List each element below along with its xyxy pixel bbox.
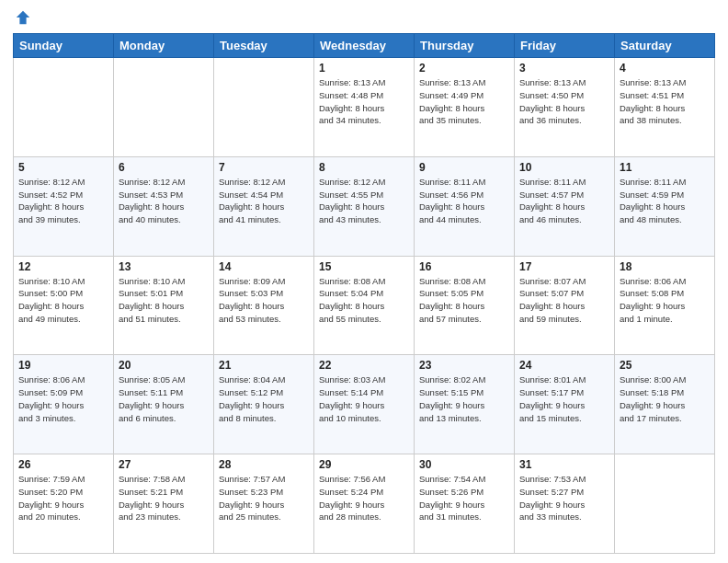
day-number: 12 [18,260,108,273]
day-info: Sunrise: 8:06 AMSunset: 5:08 PMDaylight:… [620,275,710,326]
day-number: 2 [419,62,509,75]
calendar-cell: 11Sunrise: 8:11 AMSunset: 4:59 PMDayligh… [615,156,715,256]
col-saturday: Saturday [615,34,715,58]
day-info: Sunrise: 7:58 AMSunset: 5:21 PMDaylight:… [119,473,209,523]
day-number: 4 [620,62,710,75]
col-wednesday: Wednesday [314,34,415,58]
calendar-cell: 9Sunrise: 8:11 AMSunset: 4:56 PMDaylight… [415,156,515,256]
day-number: 28 [219,458,309,471]
day-info: Sunrise: 8:08 AMSunset: 5:04 PMDaylight:… [319,275,409,326]
calendar-cell: 27Sunrise: 7:58 AMSunset: 5:21 PMDayligh… [114,454,214,554]
day-info: Sunrise: 8:13 AMSunset: 4:49 PMDaylight:… [419,76,509,127]
col-monday: Monday [114,34,214,58]
calendar-cell [114,58,214,157]
day-number: 7 [219,161,309,174]
calendar-cell: 19Sunrise: 8:06 AMSunset: 5:09 PMDayligh… [14,355,114,454]
calendar-cell: 17Sunrise: 8:07 AMSunset: 5:07 PMDayligh… [515,256,615,355]
calendar-cell: 25Sunrise: 8:00 AMSunset: 5:18 PMDayligh… [615,355,715,454]
day-number: 31 [519,458,609,471]
day-info: Sunrise: 8:10 AMSunset: 5:01 PMDaylight:… [119,275,209,326]
calendar-cell: 8Sunrise: 8:12 AMSunset: 4:55 PMDaylight… [314,156,415,256]
day-number: 26 [18,458,108,471]
calendar-cell: 1Sunrise: 8:13 AMSunset: 4:48 PMDaylight… [314,58,415,157]
col-sunday: Sunday [14,34,114,58]
logo-icon [15,9,31,26]
calendar-cell: 22Sunrise: 8:03 AMSunset: 5:14 PMDayligh… [314,355,415,454]
day-info: Sunrise: 8:13 AMSunset: 4:51 PMDaylight:… [620,76,710,127]
day-number: 29 [319,458,409,471]
day-info: Sunrise: 8:12 AMSunset: 4:53 PMDaylight:… [119,176,209,226]
day-info: Sunrise: 7:57 AMSunset: 5:23 PMDaylight:… [219,473,309,523]
day-info: Sunrise: 8:00 AMSunset: 5:18 PMDaylight:… [620,373,710,424]
col-thursday: Thursday [415,34,515,58]
day-info: Sunrise: 8:13 AMSunset: 4:50 PMDaylight:… [519,76,609,127]
calendar-cell [615,454,715,554]
day-number: 14 [219,260,309,273]
calendar-cell: 15Sunrise: 8:08 AMSunset: 5:04 PMDayligh… [314,256,415,355]
calendar-cell: 26Sunrise: 7:59 AMSunset: 5:20 PMDayligh… [14,454,114,554]
calendar-week-5: 26Sunrise: 7:59 AMSunset: 5:20 PMDayligh… [14,454,715,554]
day-info: Sunrise: 8:12 AMSunset: 4:54 PMDaylight:… [219,176,309,226]
calendar-cell: 10Sunrise: 8:11 AMSunset: 4:57 PMDayligh… [515,156,615,256]
calendar-cell [14,58,114,157]
calendar-cell: 14Sunrise: 8:09 AMSunset: 5:03 PMDayligh… [214,256,314,355]
day-number: 9 [419,161,509,174]
calendar-cell: 6Sunrise: 8:12 AMSunset: 4:53 PMDaylight… [114,156,214,256]
calendar-cell: 29Sunrise: 7:56 AMSunset: 5:24 PMDayligh… [314,454,415,554]
calendar-cell: 5Sunrise: 8:12 AMSunset: 4:52 PMDaylight… [14,156,114,256]
day-info: Sunrise: 8:12 AMSunset: 4:55 PMDaylight:… [319,176,409,226]
calendar-cell: 7Sunrise: 8:12 AMSunset: 4:54 PMDaylight… [214,156,314,256]
day-info: Sunrise: 7:59 AMSunset: 5:20 PMDaylight:… [18,473,108,523]
header [13,9,715,26]
calendar-cell: 20Sunrise: 8:05 AMSunset: 5:11 PMDayligh… [114,355,214,454]
day-number: 5 [18,161,108,174]
day-number: 3 [519,62,609,75]
calendar-cell: 30Sunrise: 7:54 AMSunset: 5:26 PMDayligh… [415,454,515,554]
day-number: 11 [620,161,710,174]
day-number: 22 [319,359,409,372]
calendar-cell: 13Sunrise: 8:10 AMSunset: 5:01 PMDayligh… [114,256,214,355]
day-number: 17 [519,260,609,273]
calendar-table: Sunday Monday Tuesday Wednesday Thursday… [13,33,715,554]
day-info: Sunrise: 8:02 AMSunset: 5:15 PMDaylight:… [419,373,509,424]
day-number: 1 [319,62,409,75]
calendar-cell: 16Sunrise: 8:08 AMSunset: 5:05 PMDayligh… [415,256,515,355]
day-info: Sunrise: 8:09 AMSunset: 5:03 PMDaylight:… [219,275,309,326]
calendar-cell [214,58,314,157]
day-info: Sunrise: 8:06 AMSunset: 5:09 PMDaylight:… [18,373,108,424]
col-friday: Friday [515,34,615,58]
day-number: 8 [319,161,409,174]
calendar-week-4: 19Sunrise: 8:06 AMSunset: 5:09 PMDayligh… [14,355,715,454]
day-number: 6 [119,161,209,174]
calendar-cell: 24Sunrise: 8:01 AMSunset: 5:17 PMDayligh… [515,355,615,454]
day-number: 16 [419,260,509,273]
day-info: Sunrise: 8:10 AMSunset: 5:00 PMDaylight:… [18,275,108,326]
day-number: 20 [119,359,209,372]
day-info: Sunrise: 8:11 AMSunset: 4:56 PMDaylight:… [419,176,509,226]
day-info: Sunrise: 7:53 AMSunset: 5:27 PMDaylight:… [519,473,609,523]
day-number: 27 [119,458,209,471]
day-info: Sunrise: 8:07 AMSunset: 5:07 PMDaylight:… [519,275,609,326]
day-number: 30 [419,458,509,471]
day-number: 13 [119,260,209,273]
calendar-week-3: 12Sunrise: 8:10 AMSunset: 5:00 PMDayligh… [14,256,715,355]
day-number: 23 [419,359,509,372]
day-number: 18 [620,260,710,273]
day-info: Sunrise: 8:13 AMSunset: 4:48 PMDaylight:… [319,76,409,127]
day-number: 15 [319,260,409,273]
day-info: Sunrise: 8:11 AMSunset: 4:57 PMDaylight:… [519,176,609,226]
day-info: Sunrise: 8:05 AMSunset: 5:11 PMDaylight:… [119,373,209,424]
calendar-header-row: Sunday Monday Tuesday Wednesday Thursday… [14,34,715,58]
calendar-cell: 12Sunrise: 8:10 AMSunset: 5:00 PMDayligh… [14,256,114,355]
day-info: Sunrise: 8:08 AMSunset: 5:05 PMDaylight:… [419,275,509,326]
calendar-body: 1Sunrise: 8:13 AMSunset: 4:48 PMDaylight… [14,58,715,554]
day-number: 24 [519,359,609,372]
page: Sunday Monday Tuesday Wednesday Thursday… [0,0,728,563]
day-info: Sunrise: 8:03 AMSunset: 5:14 PMDaylight:… [319,373,409,424]
day-info: Sunrise: 8:04 AMSunset: 5:12 PMDaylight:… [219,373,309,424]
calendar-cell: 4Sunrise: 8:13 AMSunset: 4:51 PMDaylight… [615,58,715,157]
logo [13,9,31,26]
day-info: Sunrise: 8:12 AMSunset: 4:52 PMDaylight:… [18,176,108,226]
calendar-cell: 28Sunrise: 7:57 AMSunset: 5:23 PMDayligh… [214,454,314,554]
day-info: Sunrise: 7:56 AMSunset: 5:24 PMDaylight:… [319,473,409,523]
